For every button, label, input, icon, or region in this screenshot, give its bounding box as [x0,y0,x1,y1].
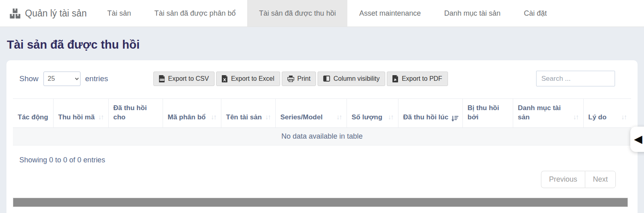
column-header-ma-phan-bo[interactable]: Mã phân bổ↓↑ [163,99,221,128]
horizontal-scrollbar-track [13,198,631,207]
column-header-so-luong[interactable]: Số lượng↓↑ [347,99,398,128]
column-header-bi-thu-hoi-boi: Bị thu hồi bởi [462,99,513,128]
collapse-panel-button[interactable]: ◀ [630,127,644,152]
nav-item-tai-san[interactable]: Tài sản [95,0,142,27]
page-length-control: Show 25 entries [13,72,108,86]
sort-icon: ↓↑ [265,113,271,122]
export-button-group: Export to CSV Export to Excel [153,72,450,86]
column-header-series-model[interactable]: Series/Model↓↑ [275,99,347,128]
column-label: Số lượng [352,113,382,122]
column-label: Đã thu hồi cho [114,104,159,122]
page-title: Tài sản đã được thu hồi [7,38,644,51]
csv-file-icon [159,75,165,82]
column-header-ly-do[interactable]: Lý do↓↑ [583,99,631,128]
export-to-excel-button[interactable]: Export to Excel [216,72,280,86]
print-label: Print [297,75,311,82]
column-label: Mã phân bổ [168,113,206,122]
pagination: Previous Next [13,171,616,188]
column-header-danh-muc-tai-san[interactable]: Danh mục tài sản↓↑ [513,99,583,128]
column-label: Tác động [18,113,48,122]
column-header-da-thu-hoi-cho: Đã thu hồi cho [108,99,163,128]
sort-desc-icon [451,115,458,122]
sort-icon: ↓↑ [211,113,217,122]
nav-item-cai-dat[interactable]: Cài đặt [512,0,559,27]
columns-icon [323,76,330,82]
table-search [536,71,615,86]
column-label: Bị thu hồi bởi [468,104,509,122]
recovered-assets-card: Show 25 entries Export to CS [6,60,638,213]
column-label: Đã thu hồi lúc [403,113,448,122]
column-header-ten-tai-san[interactable]: Tên tài sản↓↑ [221,99,275,128]
sort-icon: ↓↑ [388,113,394,122]
page-size-select[interactable]: 25 [43,72,80,86]
sort-icon: ↓↑ [98,113,104,122]
column-label: Series/Model [281,113,323,122]
export-to-pdf-button[interactable]: Export to PDF [387,72,448,86]
nav-item-danh-muc-tai-san[interactable]: Danh mục tài sản [433,0,512,27]
show-label: Show [19,74,39,83]
excel-file-icon [222,75,228,82]
column-visibility-label: Column visibility [333,75,380,82]
printer-icon [287,76,294,82]
brand[interactable]: Quản lý tài sản [10,0,87,27]
header-row: Tác động Thu hồi mã↓↑ Đã thu hồi cho Mã … [13,99,631,128]
brand-label: Quản lý tài sản [25,8,87,19]
table-container: Tác động Thu hồi mã↓↑ Đã thu hồi cho Mã … [13,98,631,145]
column-header-thu-hoi-ma[interactable]: Thu hồi mã↓↑ [53,99,108,128]
table-info: Showing 0 to 0 of 0 entries [19,156,631,164]
sort-icon: ↓↑ [573,113,579,122]
export-to-pdf-label: Export to PDF [402,75,442,82]
export-to-csv-button[interactable]: Export to CSV [153,72,215,86]
entries-label: entries [85,74,108,83]
pdf-file-icon [392,75,398,82]
export-to-csv-label: Export to CSV [168,75,209,82]
recovered-assets-table: Tác động Thu hồi mã↓↑ Đã thu hồi cho Mã … [13,98,631,145]
nav-item-asset-maintenance[interactable]: Asset maintenance [347,0,432,27]
print-button[interactable]: Print [282,72,316,86]
previous-button[interactable]: Previous [541,171,585,188]
boxes-icon [10,8,21,19]
empty-row: No data available in table [13,127,631,145]
column-label: Tên tài sản [226,113,262,122]
horizontal-scrollbar-thumb[interactable] [13,198,628,207]
column-header-da-thu-hoi-luc[interactable]: Đã thu hồi lúc [398,99,462,128]
column-header-tac-dong: Tác động [13,99,53,128]
next-button[interactable]: Next [585,171,616,188]
column-label: Lý do [588,113,607,122]
table-toolbar: Show 25 entries Export to CS [13,71,631,86]
top-navbar: Quản lý tài sản Tài sản Tài sản đã được … [0,0,644,27]
nav-item-tai-san-da-duoc-phan-bo[interactable]: Tài sản đã được phân bổ [142,0,247,27]
export-to-excel-label: Export to Excel [231,75,275,82]
empty-message: No data available in table [13,127,631,145]
search-input[interactable] [536,71,615,86]
column-label: Danh mục tài sản [518,104,572,122]
nav-item-tai-san-da-duoc-thu-hoi[interactable]: Tài sản đã được thu hồi [247,0,347,27]
column-visibility-button[interactable]: Column visibility [318,72,385,86]
column-label: Thu hồi mã [58,113,95,122]
sort-icon: ↓↑ [621,113,627,122]
sort-icon: ↓↑ [336,113,343,122]
left-arrow-icon: ◀ [634,134,642,145]
